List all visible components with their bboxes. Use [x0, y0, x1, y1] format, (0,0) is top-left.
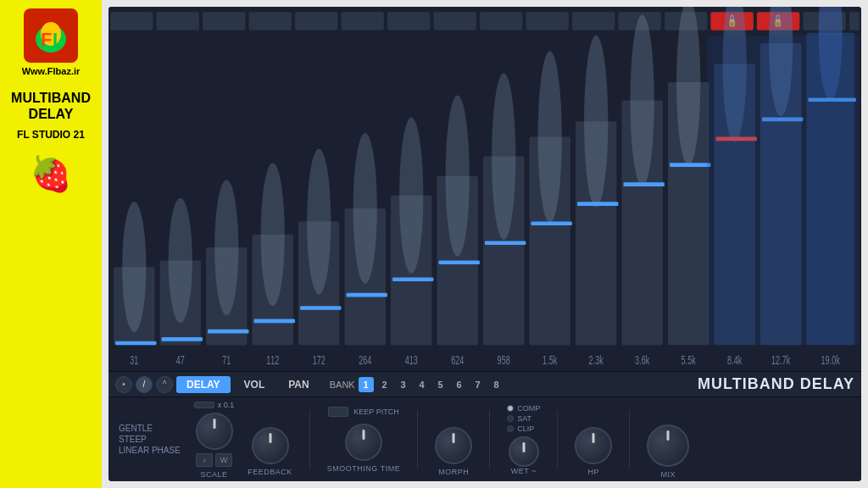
svg-text:413: 413: [405, 353, 418, 366]
svg-text:172: 172: [313, 353, 326, 366]
svg-rect-13: [433, 12, 476, 30]
bank-btn-8[interactable]: 8: [489, 377, 504, 392]
led-group: COMP SAT CLIP: [507, 404, 540, 433]
bank-btn-6[interactable]: 6: [452, 377, 467, 392]
svg-text:2.3k: 2.3k: [589, 353, 604, 366]
filter-steep[interactable]: STEEP: [119, 435, 181, 444]
svg-rect-57: [577, 202, 618, 206]
bank-btn-5[interactable]: 5: [433, 377, 448, 392]
keep-pitch-label: KEEP PITCH: [353, 408, 398, 416]
svg-rect-33: [208, 330, 248, 334]
svg-text:958: 958: [498, 353, 510, 366]
filter-gentle[interactable]: GENTLE: [119, 424, 181, 433]
svg-rect-63: [670, 163, 710, 167]
bank-btn-7[interactable]: 7: [470, 377, 486, 392]
svg-point-29: [169, 198, 192, 323]
svg-point-59: [631, 14, 654, 186]
svg-rect-8: [203, 12, 245, 30]
bank-label: BANK: [330, 380, 355, 390]
morph-label: MORPH: [438, 468, 469, 476]
separator-1: [309, 410, 310, 469]
bank-btn-1[interactable]: 1: [359, 377, 374, 392]
wet-knob[interactable]: [509, 436, 539, 467]
feedback-knob-group: FEEDBACK: [248, 403, 292, 476]
sat-led[interactable]: [507, 415, 514, 422]
morph-knob-group: MORPH: [435, 403, 472, 476]
sidebar-url: Www.Flbaz.ir: [22, 66, 81, 76]
wet-label: WET ~: [511, 467, 537, 475]
svg-point-62: [676, 7, 700, 165]
plugin-title: MULTIBAND DELAY: [698, 375, 854, 393]
separator-5: [629, 410, 630, 469]
svg-text:112: 112: [266, 353, 279, 366]
svg-point-32: [214, 180, 238, 315]
svg-text:31: 31: [130, 353, 138, 366]
sidebar-daw-name: FL STUDIO 21: [17, 129, 85, 141]
clip-label: CLIP: [517, 424, 534, 433]
sat-label: SAT: [517, 414, 531, 423]
svg-rect-27: [115, 341, 156, 346]
svg-rect-51: [485, 241, 526, 245]
svg-text:1.5k: 1.5k: [542, 353, 557, 366]
filter-linear-phase[interactable]: LINEAR PHASE: [119, 446, 181, 455]
smoothing-label: SMOOTHING TIME: [327, 464, 400, 473]
svg-point-41: [353, 133, 377, 284]
svg-point-50: [492, 73, 515, 240]
spectrum-area: 🔒 🔒: [108, 7, 861, 371]
bank-btn-3[interactable]: 3: [396, 377, 411, 392]
svg-point-56: [584, 36, 608, 208]
comp-led[interactable]: [507, 405, 514, 412]
svg-rect-36: [254, 319, 295, 324]
feedback-knob[interactable]: [252, 427, 289, 464]
tab-pan[interactable]: PAN: [278, 376, 319, 393]
mix-knob[interactable]: [647, 424, 689, 467]
svg-rect-6: [110, 12, 153, 30]
separator-2: [417, 410, 418, 469]
smoothing-knob[interactable]: [345, 424, 382, 461]
dot-button[interactable]: •: [115, 376, 132, 393]
svg-rect-7: [157, 12, 199, 30]
bank-group: BANK 1 2 3 4 5 6 7 8: [330, 377, 504, 392]
svg-point-53: [538, 51, 562, 223]
tab-vol[interactable]: VOL: [234, 376, 275, 393]
clip-led[interactable]: [507, 425, 514, 432]
caret-button[interactable]: ^: [156, 376, 173, 393]
tab-delay[interactable]: DELAY: [176, 376, 231, 393]
keep-pitch-toggle[interactable]: [328, 407, 348, 417]
svg-point-44: [399, 118, 423, 274]
bottom-controls: GENTLE STEEP LINEAR PHASE x 0.1 ♪ W SCAL…: [108, 396, 861, 481]
hp-knob-group: HP: [575, 403, 612, 476]
slash-button[interactable]: /: [136, 376, 153, 393]
filter-options: GENTLE STEEP LINEAR PHASE: [119, 424, 181, 455]
svg-rect-11: [341, 12, 383, 30]
svg-rect-12: [387, 12, 430, 30]
morph-knob[interactable]: [435, 427, 472, 464]
scale-label: SCALE: [201, 470, 228, 479]
led-row-sat: SAT: [507, 414, 540, 423]
scale-knob[interactable]: [196, 413, 233, 450]
svg-text:264: 264: [359, 353, 372, 366]
separator-4: [557, 410, 558, 469]
led-row-comp: COMP: [507, 404, 540, 413]
svg-rect-45: [392, 277, 433, 281]
mix-knob-group: MIX: [647, 401, 689, 479]
svg-point-47: [446, 95, 470, 256]
controls-nav-bar: • / ^ DELAY VOL PAN BANK 1 2 3 4 5 6 7 8…: [108, 371, 861, 396]
sidebar: F L Www.Flbaz.ir MULTIBANDDELAY FL STUDI…: [0, 0, 102, 488]
scale-x-label: x 0.1: [218, 401, 235, 409]
svg-text:L: L: [53, 29, 64, 50]
hp-knob[interactable]: [575, 427, 612, 464]
bank-btn-2[interactable]: 2: [377, 377, 392, 392]
svg-text:8.4k: 8.4k: [727, 353, 742, 366]
scale-note-btn[interactable]: ♪: [196, 453, 213, 467]
svg-rect-24: [849, 12, 860, 30]
scale-mini-indicator: [194, 402, 214, 408]
svg-rect-30: [162, 337, 203, 341]
scale-w-btn[interactable]: W: [215, 453, 232, 467]
bank-btn-4[interactable]: 4: [415, 377, 430, 392]
svg-rect-60: [623, 182, 664, 186]
spectrum-svg: 🔒 🔒: [108, 7, 861, 371]
scale-knob-group: x 0.1 ♪ W SCALE: [194, 401, 235, 479]
svg-rect-73: [707, 36, 860, 346]
wet-section: COMP SAT CLIP WET ~: [507, 404, 540, 475]
